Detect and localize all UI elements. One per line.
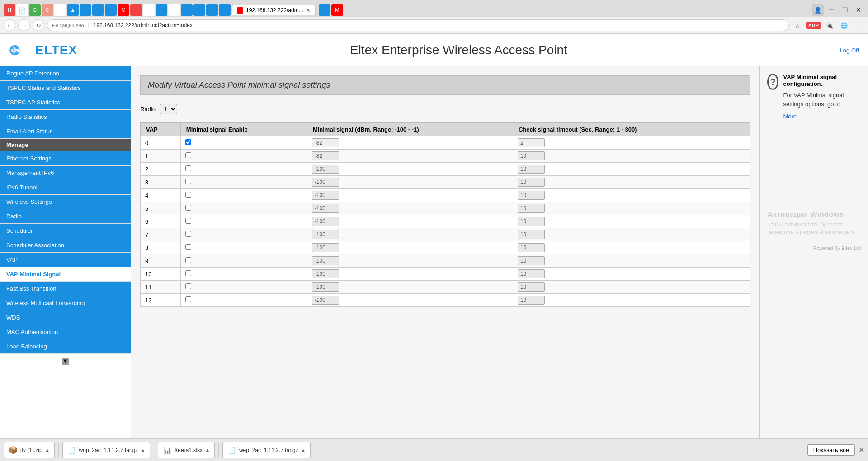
globe-icon[interactable]: 🌐 — [838, 19, 850, 31]
input-timeout-2[interactable] — [518, 165, 545, 174]
sidebar-item-ethernet[interactable]: Ethernet Settings — [0, 151, 131, 166]
reload-button[interactable]: ↻ — [33, 19, 44, 31]
cell-timeout-3 — [513, 176, 750, 189]
table-row: 12 — [141, 294, 750, 307]
input-signal-6[interactable] — [312, 217, 339, 226]
sidebar-item-wmf[interactable]: Wireless Multicast Forwarding — [0, 296, 131, 310]
app-header: ELTEX ELTEX Eltex Enterprise Wireless Ac… — [0, 34, 868, 66]
cell-enable-2 — [180, 163, 307, 176]
checkbox-enable-1[interactable] — [185, 152, 191, 158]
sidebar-item-tspec-ap[interactable]: TSPEC AP Statistics — [0, 95, 131, 110]
page-section-title: Modify Virtual Access Point minimal sign… — [148, 80, 743, 90]
checkbox-enable-5[interactable] — [185, 205, 191, 211]
checkbox-enable-7[interactable] — [185, 231, 191, 237]
checkbox-enable-8[interactable] — [185, 244, 191, 250]
checkbox-enable-3[interactable] — [185, 179, 191, 184]
window-controls[interactable]: 👤 ─ ☐ ✕ — [812, 4, 864, 16]
col-header-timeout: Check signal timeout (Sec, Range: 1 - 30… — [513, 123, 750, 136]
bookmark-icon[interactable]: ☆ — [792, 19, 803, 31]
sidebar-item-mac-auth[interactable]: MAC Authentication — [0, 325, 131, 339]
profile-icon[interactable]: 👤 — [812, 4, 824, 16]
sidebar-item-rogue-ap[interactable]: Rogue AP Detection — [0, 66, 131, 81]
input-signal-2[interactable] — [312, 165, 339, 174]
help-more-link[interactable]: More — [783, 113, 797, 120]
tab-close-icon[interactable]: ✕ — [306, 7, 311, 14]
input-timeout-11[interactable] — [518, 282, 545, 292]
content-area: Rogue AP Detection TSPEC Status and Stat… — [0, 66, 868, 447]
checkbox-enable-10[interactable] — [185, 270, 191, 276]
input-signal-3[interactable] — [312, 178, 339, 187]
back-button[interactable]: ← — [4, 19, 15, 31]
input-timeout-8[interactable] — [518, 243, 545, 252]
sidebar-item-scheduler[interactable]: Scheduler — [0, 224, 131, 238]
taskbar-wop-icon: 📄 — [67, 446, 76, 455]
sidebar-item-radio-stats[interactable]: Radio Statistics — [0, 110, 131, 124]
input-signal-7[interactable] — [312, 230, 339, 239]
restore-button[interactable]: ☐ — [839, 4, 851, 16]
active-tab[interactable]: 192.168.132.222/adm... ✕ — [232, 5, 316, 15]
minimize-button[interactable]: ─ — [826, 4, 837, 16]
menu-icon[interactable]: ⋮ — [853, 19, 864, 31]
checkbox-enable-0[interactable] — [185, 139, 191, 145]
cell-enable-12 — [180, 294, 307, 307]
logout-link[interactable]: Log Off — [840, 47, 859, 54]
taskbar-item-xlsx[interactable]: 📊 Книга1.xlsx ▲ — [158, 442, 215, 458]
sidebar-item-wds[interactable]: WDS — [0, 310, 131, 325]
cell-signal-12 — [307, 294, 513, 307]
close-button[interactable]: ✕ — [853, 4, 864, 16]
checkbox-enable-11[interactable] — [185, 283, 191, 289]
input-timeout-0[interactable] — [518, 138, 545, 147]
input-signal-5[interactable] — [312, 204, 339, 213]
sidebar-item-load-balance[interactable]: Load Balancing — [0, 339, 131, 354]
checkbox-enable-9[interactable] — [185, 257, 191, 263]
sidebar-item-scheduler-assoc[interactable]: Scheduler Association — [0, 238, 131, 253]
input-timeout-7[interactable] — [518, 230, 545, 239]
checkbox-enable-6[interactable] — [185, 218, 191, 224]
extensions-icon[interactable]: 🔌 — [824, 19, 835, 31]
input-signal-10[interactable] — [312, 269, 339, 278]
input-timeout-12[interactable] — [518, 296, 545, 305]
input-timeout-9[interactable] — [518, 256, 545, 265]
taskbar-item-jtv[interactable]: 📦 jtv (1).zip ▲ — [4, 442, 55, 458]
radio-select[interactable]: 1 2 — [160, 104, 177, 114]
taskbar-item-wop[interactable]: 📄 wop_2ac_1.11.2.7.tar.gz ▲ — [62, 442, 151, 458]
sidebar-item-mgmt-ipv6[interactable]: Management IPv6 — [0, 166, 131, 180]
cell-enable-3 — [180, 176, 307, 189]
forward-button[interactable]: → — [18, 19, 30, 31]
input-timeout-5[interactable] — [518, 204, 545, 213]
show-all-button[interactable]: Показать все — [807, 444, 855, 456]
input-signal-9[interactable] — [312, 256, 339, 265]
cell-vap-11: 11 — [141, 281, 181, 294]
sidebar-item-email-alert[interactable]: Email Alert Status — [0, 124, 131, 139]
cell-vap-10: 10 — [141, 268, 181, 281]
sidebar-item-vap-minimal[interactable]: VAP Minimal Signal — [0, 267, 131, 282]
sidebar-scroll-down[interactable]: ▼ — [62, 358, 69, 365]
input-signal-0[interactable] — [312, 138, 339, 147]
input-signal-12[interactable] — [312, 296, 339, 305]
checkbox-enable-2[interactable] — [185, 165, 191, 171]
input-timeout-10[interactable] — [518, 269, 545, 278]
adblock-badge[interactable]: ABP — [806, 22, 821, 29]
sidebar-item-fast-bss[interactable]: Fast Bss Transition — [0, 282, 131, 296]
input-signal-4[interactable] — [312, 191, 339, 200]
address-bar[interactable]: Не защищено | 192.168.132.222/admin.cgi?… — [47, 19, 789, 31]
sidebar-item-wireless-settings[interactable]: Wireless Settings — [0, 195, 131, 209]
input-timeout-3[interactable] — [518, 178, 545, 187]
table-row: 5 — [141, 202, 750, 215]
input-timeout-4[interactable] — [518, 191, 545, 200]
sidebar-section-manage: Manage — [0, 139, 131, 151]
input-timeout-1[interactable] — [518, 151, 545, 160]
taskbar-close-icon[interactable]: ✕ — [859, 446, 864, 454]
table-row: 8 — [141, 241, 750, 254]
checkbox-enable-4[interactable] — [185, 192, 191, 198]
input-timeout-6[interactable] — [518, 217, 545, 226]
sidebar-item-vap[interactable]: VAP — [0, 253, 131, 267]
input-signal-1[interactable] — [312, 151, 339, 160]
sidebar-item-ipv6-tunnel[interactable]: IPv6 Tunnel — [0, 180, 131, 195]
input-signal-11[interactable] — [312, 282, 339, 292]
input-signal-8[interactable] — [312, 243, 339, 252]
sidebar-item-radio[interactable]: Radio — [0, 209, 131, 224]
taskbar-item-wep[interactable]: 📄 wep_2ac_1.11.2.7.tar.gz ▲ — [222, 442, 311, 458]
checkbox-enable-12[interactable] — [185, 296, 191, 302]
sidebar-item-tspec-status[interactable]: TSPEC Status and Statistics — [0, 81, 131, 95]
